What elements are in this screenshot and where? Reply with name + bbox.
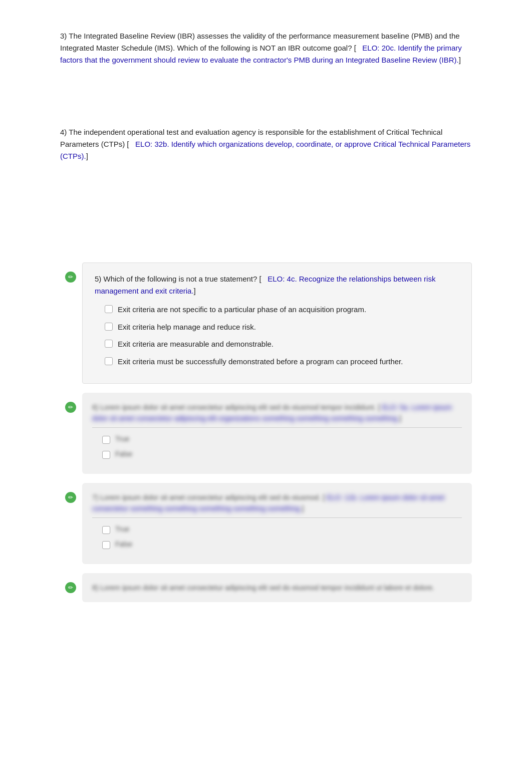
question-6-wrapper: ✏ 6) Lorem ipsum dolor sit amet consecte… — [82, 393, 472, 474]
question-7-block: 7) Lorem ipsum dolor sit amet consectetu… — [82, 483, 472, 564]
q5-option-2-text: Exit criteria help manage and reduce ris… — [118, 322, 256, 333]
q5-option-2-bullet — [105, 323, 113, 331]
q5-option-1-text: Exit criteria are not specific to a part… — [118, 304, 366, 316]
question-5-text: 5) Which of the following is not a true … — [95, 273, 459, 297]
spacer-3 — [60, 222, 472, 263]
q6-option-1: True — [92, 435, 462, 444]
q5-marker: ✏ — [65, 272, 76, 283]
q6-option-1-bullet — [102, 436, 110, 444]
question-8-wrapper: ✏ 8) Lorem ipsum dolor sit amet consecte… — [82, 573, 472, 602]
q5-option-1[interactable]: Exit criteria are not specific to a part… — [95, 304, 459, 316]
question-4-block: 4) The independent operational test and … — [60, 126, 472, 162]
q5-option-4-text: Exit criteria must be successfully demon… — [118, 356, 403, 368]
question-8-text: 8) Lorem ipsum dolor sit amet consectetu… — [92, 582, 462, 593]
q5-option-3[interactable]: Exit criteria are measurable and demonst… — [95, 339, 459, 350]
spacer-2 — [60, 182, 472, 222]
q3-number: 3) — [60, 32, 67, 40]
q5-option-3-bullet — [105, 340, 113, 348]
q5-body: Which of the following is not a true sta… — [104, 275, 261, 283]
spacer-1 — [60, 86, 472, 126]
question-8-block: 8) Lorem ipsum dolor sit amet consectetu… — [82, 573, 472, 602]
q5-number: 5) — [95, 275, 101, 283]
q6-marker: ✏ — [65, 402, 76, 413]
q7-option-2-bullet — [102, 541, 110, 549]
q6-option-2: False — [92, 450, 462, 459]
question-5-wrapper: ✏ 5) Which of the following is not a tru… — [82, 263, 472, 384]
question-6-text: 6) Lorem ipsum dolor sit amet consectetu… — [92, 402, 462, 424]
question-5-block: 5) Which of the following is not a true … — [82, 263, 472, 384]
question-3-text: 3) The Integrated Baseline Review (IBR) … — [60, 30, 472, 66]
q7-option-1-text: True — [115, 525, 129, 533]
q7-option-1-bullet — [102, 526, 110, 534]
q7-option-2-text: False — [115, 540, 132, 548]
q6-option-1-text: True — [115, 435, 129, 443]
q6-options: True False — [92, 435, 462, 459]
question-4-text: 4) The independent operational test and … — [60, 126, 472, 162]
q4-number: 4) — [60, 128, 67, 136]
q7-divider — [92, 517, 462, 518]
q5-option-4[interactable]: Exit criteria must be successfully demon… — [95, 356, 459, 368]
q8-marker: ✏ — [65, 582, 76, 593]
question-3-block: 3) The Integrated Baseline Review (IBR) … — [60, 30, 472, 66]
q6-option-2-text: False — [115, 450, 132, 458]
q6-option-2-bullet — [102, 451, 110, 459]
q5-option-3-text: Exit criteria are measurable and demonst… — [118, 339, 274, 350]
q7-option-2: False — [92, 540, 462, 549]
question-6-block: 6) Lorem ipsum dolor sit amet consectetu… — [82, 393, 472, 474]
q5-option-4-bullet — [105, 357, 113, 365]
q7-option-1: True — [92, 525, 462, 534]
q7-options: True False — [92, 525, 462, 549]
q6-divider — [92, 427, 462, 428]
question-7-text: 7) Lorem ipsum dolor sit amet consectetu… — [92, 492, 462, 514]
q5-options: Exit criteria are not specific to a part… — [95, 304, 459, 367]
question-7-wrapper: ✏ 7) Lorem ipsum dolor sit amet consecte… — [82, 483, 472, 564]
q5-option-1-bullet — [105, 305, 113, 313]
q5-option-2[interactable]: Exit criteria help manage and reduce ris… — [95, 322, 459, 333]
page-container: 3) The Integrated Baseline Review (IBR) … — [0, 0, 532, 641]
q7-marker: ✏ — [65, 492, 76, 503]
